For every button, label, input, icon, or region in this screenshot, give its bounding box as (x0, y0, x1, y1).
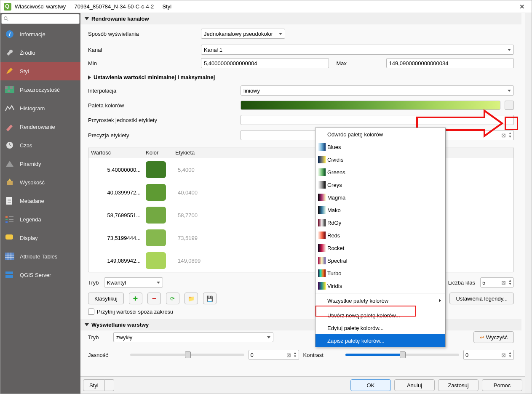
cell-value: 58,7699551... (91, 212, 146, 218)
remove-button[interactable]: ━ (147, 293, 161, 304)
brightness-value[interactable]: 0⊠▲▼ (249, 350, 299, 360)
sidebar-item-piramidy[interactable]: Piramidy (0, 154, 80, 173)
sidebar-item-renderowanie[interactable]: Renderowanie (0, 117, 80, 136)
spinner-buttons[interactable]: ▲▼ (294, 351, 297, 358)
clear-icon[interactable]: ⊠ (286, 352, 291, 358)
section-render-channels[interactable]: Rendrowanie kanałów (80, 13, 521, 24)
contrast-slider[interactable] (345, 354, 460, 356)
blend-combo[interactable]: zwykły (113, 332, 273, 342)
clear-icon[interactable]: ⊠ (501, 352, 506, 358)
svg-rect-30 (5, 275, 13, 278)
scrollbar[interactable] (525, 13, 532, 394)
spinner-buttons[interactable]: ▲▼ (508, 132, 512, 138)
menu-palette-item[interactable]: Greys (315, 178, 445, 191)
style-dropdown[interactable] (105, 379, 114, 391)
menu-save-palette[interactable]: Zapisz paletę kolorów... (315, 334, 445, 347)
brush-icon (5, 66, 15, 76)
sidebar-item-przezroczystosc[interactable]: Przezroczystość (0, 80, 80, 99)
clear-icon[interactable]: ⊠ (501, 280, 506, 286)
menu-palette-item[interactable]: Spectral (315, 254, 445, 267)
section-layer-display[interactable]: Wyświetlanie warstwy (80, 319, 521, 330)
cell-color[interactable] (146, 252, 175, 269)
legend-settings-button[interactable]: Ustawienia legendy... (449, 293, 514, 304)
reset-button[interactable]: ↩ Wyczyść (473, 331, 514, 343)
add-button[interactable]: ✚ (129, 293, 142, 304)
palette-swatch-icon (318, 219, 326, 226)
chevron-down-icon (279, 33, 282, 35)
sidebar-item-metadane[interactable]: Metadane (0, 192, 80, 210)
clip-checkbox[interactable] (88, 309, 94, 315)
refresh-button[interactable]: ⟳ (166, 293, 179, 304)
table-row[interactable]: 149,089942...149,0899 (88, 249, 513, 272)
menu-palette-item[interactable]: Reds (315, 229, 445, 242)
sidebar-item-qgis-server[interactable]: QGIS Server (0, 266, 80, 284)
spinner-buttons[interactable]: ▲▼ (508, 279, 512, 286)
classes-label: Liczba klas (448, 280, 475, 286)
sidebar-item-czas[interactable]: Czas (0, 136, 80, 154)
brightness-slider[interactable] (130, 354, 244, 356)
menu-palette-item[interactable]: Rocket (315, 242, 445, 254)
menu-edit-palette[interactable]: Edytuj paletę kolorów... (315, 322, 445, 334)
ok-button[interactable]: OK (350, 379, 391, 391)
save-table-button[interactable]: 💾 (203, 293, 217, 304)
menu-palette-item[interactable]: Viridis (315, 280, 445, 292)
sidebar-item-wysokosc[interactable]: Wysokość (0, 173, 80, 192)
classify-button[interactable]: Klasyfikuj (88, 293, 124, 304)
mode-combo[interactable]: Kwantyl (104, 277, 163, 288)
color-ramp-dropdown[interactable] (505, 101, 514, 110)
menu-palette-item[interactable]: Blues (315, 141, 445, 153)
sidebar-item-display[interactable]: Display (0, 229, 80, 247)
sidebar-item-zrodlo[interactable]: Źródło (0, 43, 80, 62)
cell-color[interactable] (146, 229, 175, 246)
classes-spinner[interactable]: 5⊠▲▼ (480, 277, 514, 288)
cell-color[interactable] (146, 161, 175, 178)
sidebar-label: Display (20, 235, 38, 241)
sidebar-item-informacje[interactable]: iInformacje (0, 25, 80, 43)
menu-palette-item[interactable]: Mako (315, 204, 445, 216)
contrast-value[interactable]: 0⊠▲▼ (463, 350, 514, 360)
table-row[interactable]: 73,5199444...73,5199 (88, 226, 513, 249)
search-input[interactable] (1, 14, 80, 24)
section-minmax[interactable]: Ustawienia wartości minimalnej i maksyma… (88, 72, 514, 83)
col-value[interactable]: Wartość (91, 149, 146, 156)
chevron-right-icon (88, 75, 91, 80)
sidebar-item-histogram[interactable]: Histogram (0, 99, 80, 117)
button-label: Wyczyść (486, 334, 508, 341)
sidebar-item-legenda[interactable]: Legenda (0, 210, 80, 229)
table-row[interactable]: 58,7699551...58,7700 (88, 204, 513, 226)
sidebar-item-styl[interactable]: Styl (0, 62, 80, 80)
chevron-down-icon (508, 90, 511, 92)
min-input[interactable] (201, 58, 329, 68)
sidebar-item-attribute-tables[interactable]: Attribute Tables (0, 247, 80, 266)
style-split-button[interactable]: Styl (83, 379, 114, 391)
spinner-buttons[interactable]: ▲▼ (508, 351, 512, 358)
help-button[interactable]: Pomoc (482, 379, 522, 391)
menu-palette-item[interactable]: Cividis (315, 153, 445, 166)
apply-button[interactable]: Zastosuj (438, 379, 479, 391)
col-color[interactable]: Kolor (146, 149, 175, 156)
menu-palette-item[interactable]: Magma (315, 191, 445, 204)
callout-box (505, 117, 518, 130)
cancel-button[interactable]: Anuluj (394, 379, 435, 391)
table-row[interactable]: 40,0399972...40,0400 (88, 181, 513, 204)
table-row[interactable]: 5,40000000...5,4000 (88, 158, 513, 181)
menu-all-palettes[interactable]: Wszystkie palety kolorów (315, 294, 445, 307)
color-ramp[interactable] (241, 101, 500, 110)
render-mode-combo[interactable]: Jednokanałowy pseudokolor (201, 29, 285, 39)
style-button[interactable]: Styl (83, 379, 105, 391)
menu-palette-item[interactable]: Greens (315, 166, 445, 178)
interpolation-combo[interactable]: liniowy (241, 85, 514, 96)
menu-invert[interactable]: Odwróc paletę kolorów (315, 128, 445, 141)
chevron-down-icon (85, 323, 89, 326)
open-button[interactable]: 📁 (184, 293, 198, 304)
cell-color[interactable] (146, 207, 175, 224)
svg-rect-5 (5, 86, 8, 89)
menu-palette-item[interactable]: RdGy (315, 216, 445, 229)
close-icon[interactable]: ✕ (516, 3, 528, 11)
channel-combo[interactable]: Kanał 1 (201, 45, 514, 55)
render-mode-label: Sposób wyświetlania (88, 31, 198, 37)
palette-swatch-icon (318, 168, 326, 176)
cell-color[interactable] (146, 184, 175, 201)
menu-palette-item[interactable]: Turbo (315, 267, 445, 280)
max-input[interactable] (386, 58, 514, 68)
